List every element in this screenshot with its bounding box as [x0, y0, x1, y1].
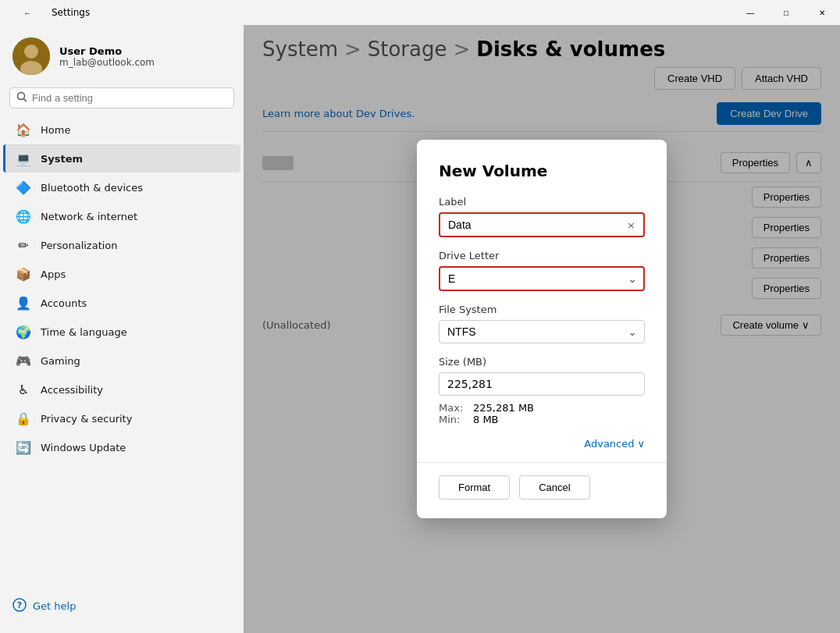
user-profile[interactable]: User Demo m_lab@outlook.com [0, 25, 244, 84]
sidebar-item-privacy[interactable]: 🔒 Privacy & security [3, 404, 240, 432]
nav-label-gaming: Gaming [41, 355, 80, 367]
sidebar-item-accessibility[interactable]: ♿ Accessibility [3, 375, 240, 404]
nav-icon-bluetooth: 🔷 [16, 180, 31, 195]
dialog-title: New Volume [439, 162, 645, 180]
nav-label-privacy: Privacy & security [41, 413, 132, 425]
nav-label-apps: Apps [41, 268, 66, 280]
nav-label-accounts: Accounts [41, 297, 87, 309]
back-button[interactable]: ← [9, 0, 45, 25]
nav-label-network: Network & internet [41, 211, 137, 222]
titlebar-left: ← Settings [9, 0, 90, 25]
file-system-select[interactable]: NTFS FAT32 exFAT ReFS [439, 320, 645, 343]
label-input[interactable] [448, 219, 627, 231]
min-value: 8 MB [473, 414, 499, 425]
cancel-button[interactable]: Cancel [519, 475, 589, 500]
svg-point-1 [24, 44, 38, 59]
sidebar-item-network[interactable]: 🌐 Network & internet [3, 202, 240, 230]
app-body: User Demo m_lab@outlook.com 🏠 Home 💻 Sys… [0, 25, 840, 633]
close-button[interactable]: ✕ [804, 0, 840, 25]
user-name: User Demo [59, 45, 155, 57]
drive-letter-label: Drive Letter [439, 250, 645, 261]
sidebar-item-personalization[interactable]: ✏️ Personalization [3, 231, 240, 259]
sidebar-item-time[interactable]: 🌍 Time & language [3, 318, 240, 346]
dialog-footer: Format Cancel [439, 475, 645, 500]
user-info: User Demo m_lab@outlook.com [59, 45, 155, 68]
size-max-row: Max: 225,281 MB [439, 402, 645, 414]
sidebar-item-system[interactable]: 💻 System [3, 144, 240, 172]
sidebar-item-home[interactable]: 🏠 Home [3, 116, 240, 144]
nav-icon-accounts: 👤 [16, 295, 31, 311]
nav-label-system: System [41, 153, 83, 165]
nav-label-bluetooth: Bluetooth & devices [41, 182, 143, 194]
modal-overlay: New Volume Label × Drive Letter E C D F … [244, 25, 840, 633]
size-label: Size (MB) [439, 356, 645, 368]
advanced-label: Advanced [584, 438, 634, 450]
nav-icon-time: 🌍 [16, 324, 31, 340]
sidebar-item-apps[interactable]: 📦 Apps [3, 260, 240, 288]
nav-icon-apps: 📦 [16, 266, 31, 282]
dialog-separator [417, 462, 667, 463]
nav-icon-gaming: 🎮 [16, 353, 31, 368]
titlebar-title: Settings [52, 7, 90, 18]
sidebar: User Demo m_lab@outlook.com 🏠 Home 💻 Sys… [0, 25, 244, 633]
sidebar-item-gaming[interactable]: 🎮 Gaming [3, 347, 240, 375]
titlebar-controls: — □ ✕ [732, 0, 840, 25]
advanced-row[interactable]: Advanced ∨ [439, 438, 645, 450]
nav-list: 🏠 Home 💻 System 🔷 Bluetooth & devices 🌐 … [0, 115, 244, 592]
sidebar-item-accounts[interactable]: 👤 Accounts [3, 289, 240, 317]
nav-label-home: Home [41, 124, 70, 136]
search-icon [16, 91, 27, 105]
file-system-label: File System [439, 304, 645, 315]
nav-icon-network: 🌐 [16, 208, 31, 224]
sidebar-item-bluetooth[interactable]: 🔷 Bluetooth & devices [3, 173, 240, 201]
titlebar: ← Settings — □ ✕ [0, 0, 840, 25]
format-button[interactable]: Format [439, 475, 510, 500]
maximize-button[interactable]: □ [768, 0, 804, 25]
nav-label-personalization: Personalization [41, 240, 118, 251]
svg-line-4 [24, 99, 27, 102]
nav-icon-privacy: 🔒 [16, 411, 31, 426]
avatar [12, 37, 50, 75]
user-email: m_lab@outlook.com [59, 57, 155, 68]
svg-point-3 [18, 93, 25, 100]
max-value: 225,281 MB [473, 402, 534, 414]
label-input-wrapper[interactable]: × [439, 212, 645, 237]
file-system-wrapper[interactable]: NTFS FAT32 exFAT ReFS [439, 320, 645, 343]
nav-label-accessibility: Accessibility [41, 384, 103, 396]
label-field-label: Label [439, 196, 645, 208]
nav-icon-personalization: ✏️ [16, 237, 31, 253]
min-label: Min: [439, 414, 467, 425]
search-box[interactable] [9, 87, 234, 108]
nav-icon-home: 🏠 [16, 122, 31, 137]
minimize-button[interactable]: — [732, 0, 768, 25]
help-label: Get help [33, 600, 76, 612]
new-volume-dialog: New Volume Label × Drive Letter E C D F … [417, 140, 667, 518]
nav-label-time: Time & language [41, 326, 127, 338]
avatar-image [12, 37, 50, 75]
size-input[interactable]: 225,281 [439, 372, 645, 396]
clear-label-icon[interactable]: × [627, 219, 635, 231]
help-icon: ? [12, 598, 27, 614]
advanced-chevron-icon: ∨ [637, 438, 645, 450]
footer-help[interactable]: ? Get help [0, 592, 244, 621]
svg-text:?: ? [17, 600, 22, 610]
size-info: Max: 225,281 MB Min: 8 MB [439, 402, 645, 425]
content-area: System > Storage > Disks & volumes Creat… [244, 25, 840, 633]
search-input[interactable] [32, 92, 227, 104]
size-min-row: Min: 8 MB [439, 414, 645, 425]
drive-letter-wrapper[interactable]: E C D F G [439, 266, 645, 291]
drive-letter-select[interactable]: E C D F G [439, 266, 645, 291]
nav-label-update: Windows Update [41, 442, 126, 453]
nav-icon-accessibility: ♿ [16, 382, 31, 397]
sidebar-item-update[interactable]: 🔄 Windows Update [3, 433, 240, 461]
nav-icon-system: 💻 [16, 151, 31, 166]
nav-icon-update: 🔄 [16, 439, 31, 455]
max-label: Max: [439, 402, 467, 414]
